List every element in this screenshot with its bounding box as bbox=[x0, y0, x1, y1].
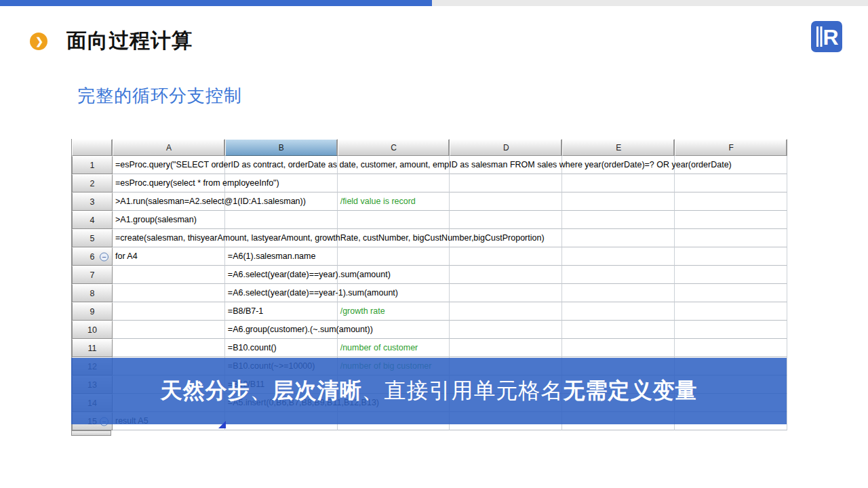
row-header-6[interactable]: 6− bbox=[72, 247, 113, 266]
cell-F4[interactable] bbox=[675, 211, 787, 229]
collapse-icon[interactable]: − bbox=[100, 252, 108, 261]
cell-C2[interactable] bbox=[338, 174, 450, 192]
cell-B7[interactable]: =A6.select(year(date)==year).sum(amount) bbox=[225, 266, 338, 284]
cell-D6[interactable] bbox=[450, 247, 562, 266]
sheet-corner-cell[interactable] bbox=[72, 139, 113, 156]
row-header-3[interactable]: 3 bbox=[72, 192, 113, 211]
cell-text: =esProc.query("SELECT orderID as contrac… bbox=[113, 160, 732, 169]
cell-D8[interactable] bbox=[450, 284, 562, 302]
cell-E2[interactable] bbox=[562, 174, 675, 192]
cell-A7[interactable] bbox=[113, 266, 225, 284]
row-header-1[interactable]: 1 bbox=[72, 156, 113, 174]
svg-text:R: R bbox=[823, 25, 838, 49]
slide-subtitle: 完整的循环分支控制 bbox=[77, 84, 242, 108]
row-header-11[interactable]: 11 bbox=[72, 339, 113, 357]
cell-F10[interactable] bbox=[675, 321, 787, 339]
cell-B9[interactable]: =B8/B7-1 bbox=[225, 302, 338, 321]
cell-B6[interactable]: =A6(1).salesman.name bbox=[225, 247, 338, 266]
row-header-2[interactable]: 2 bbox=[72, 174, 113, 192]
banner-text-segment: 无需定义变量 bbox=[564, 376, 698, 406]
sheet-row-9: 9=B8/B7-1/growth rate bbox=[72, 302, 787, 321]
cell-F6[interactable] bbox=[675, 247, 787, 266]
cell-E7[interactable] bbox=[562, 266, 675, 284]
cell-A1[interactable]: =esProc.query("SELECT orderID as contrac… bbox=[113, 156, 225, 174]
cell-text: =create(salesman, thisyearAmount, lastye… bbox=[113, 233, 545, 243]
cell-C3[interactable]: /field value is record bbox=[338, 192, 450, 211]
cell-E8[interactable] bbox=[562, 284, 675, 302]
cell-A9[interactable] bbox=[113, 302, 225, 321]
cell-text: =A6.select(year(date)==year).sum(amount) bbox=[225, 270, 391, 279]
cell-A5[interactable]: =create(salesman, thisyearAmount, lastye… bbox=[113, 229, 225, 247]
cell-text: =B8/B7-1 bbox=[225, 306, 263, 316]
sheet-row-10: 10=A6.group(customer).(~.sum(amount)) bbox=[72, 321, 787, 339]
cell-C9[interactable]: /growth rate bbox=[338, 302, 450, 321]
cell-C6[interactable] bbox=[338, 247, 450, 266]
cell-B10[interactable]: =A6.group(customer).(~.sum(amount)) bbox=[225, 321, 338, 339]
cell-A2[interactable]: =esProc.query(select * from employeeInfo… bbox=[113, 174, 225, 192]
cell-A4[interactable]: >A1.group(salesman) bbox=[113, 211, 225, 229]
top-accent-bar-gray bbox=[432, 0, 868, 6]
cell-text: /number of customer bbox=[338, 343, 418, 352]
cell-D10[interactable] bbox=[450, 321, 562, 339]
column-header-F[interactable]: F bbox=[675, 139, 787, 156]
column-header-C[interactable]: C bbox=[338, 139, 450, 156]
cell-B4[interactable] bbox=[225, 211, 338, 229]
cell-D2[interactable] bbox=[450, 174, 562, 192]
cell-F11[interactable] bbox=[675, 339, 787, 357]
sheet-row-3: 3>A1.run(salesman=A2.select@1(ID:A1.sale… bbox=[72, 192, 787, 211]
cell-D7[interactable] bbox=[450, 266, 562, 284]
column-header-D[interactable]: D bbox=[450, 139, 562, 156]
column-header-B[interactable]: B bbox=[225, 139, 338, 156]
cell-F8[interactable] bbox=[675, 284, 787, 302]
cell-D4[interactable] bbox=[450, 211, 562, 229]
cell-F9[interactable] bbox=[675, 302, 787, 321]
cell-F2[interactable] bbox=[675, 174, 787, 192]
cell-A8[interactable] bbox=[113, 284, 225, 302]
raqsoft-logo-icon: R bbox=[811, 21, 842, 52]
cell-D11[interactable] bbox=[450, 339, 562, 357]
cell-F7[interactable] bbox=[675, 266, 787, 284]
row-header-10[interactable]: 10 bbox=[72, 321, 113, 339]
cell-D9[interactable] bbox=[450, 302, 562, 321]
cell-B11[interactable]: =B10.count() bbox=[225, 339, 338, 357]
cell-E11[interactable] bbox=[562, 339, 675, 357]
cell-text: =A6.group(customer).(~.sum(amount)) bbox=[225, 325, 373, 334]
sheet-row-5: 5=create(salesman, thisyearAmount, lasty… bbox=[72, 229, 787, 247]
cell-text: =B10.count() bbox=[225, 343, 277, 352]
banner-text-segment: 直接引用单元格名 bbox=[384, 376, 564, 406]
cell-A11[interactable] bbox=[113, 339, 225, 357]
row-header-5[interactable]: 5 bbox=[72, 229, 113, 247]
cell-E9[interactable] bbox=[562, 302, 675, 321]
cell-E6[interactable] bbox=[562, 247, 675, 266]
row-header-7[interactable]: 7 bbox=[72, 266, 113, 284]
banner-text-segment: 层次清晰 bbox=[273, 376, 362, 406]
cell-E4[interactable] bbox=[562, 211, 675, 229]
cell-B8[interactable]: =A6.select(year(date)==year-1).sum(amoun… bbox=[225, 284, 338, 302]
column-header-E[interactable]: E bbox=[562, 139, 675, 156]
column-header-A[interactable]: A bbox=[113, 139, 225, 156]
cell-text: for A4 bbox=[113, 251, 138, 261]
cell-E5[interactable] bbox=[562, 229, 675, 247]
cell-F3[interactable] bbox=[675, 192, 787, 211]
sheet-row-4: 4>A1.group(salesman) bbox=[72, 211, 787, 229]
sheet-row-2: 2=esProc.query(select * from employeeInf… bbox=[72, 174, 787, 192]
cell-C11[interactable]: /number of customer bbox=[338, 339, 450, 357]
row-header-9[interactable]: 9 bbox=[72, 302, 113, 321]
cell-text: =esProc.query(select * from employeeInfo… bbox=[113, 178, 279, 188]
cell-C4[interactable] bbox=[338, 211, 450, 229]
row-header-4[interactable]: 4 bbox=[72, 211, 113, 229]
sheet-row-11: 11=B10.count()/number of customer bbox=[72, 339, 787, 357]
cell-D3[interactable] bbox=[450, 192, 562, 211]
cell-text: =A6(1).salesman.name bbox=[225, 251, 316, 261]
cell-text: >A1.run(salesman=A2.select@1(ID:A1.sales… bbox=[113, 197, 306, 206]
cell-A10[interactable] bbox=[113, 321, 225, 339]
title-row: ❯ 面向过程计算 bbox=[30, 27, 193, 55]
cell-E10[interactable] bbox=[562, 321, 675, 339]
row-header-8[interactable]: 8 bbox=[72, 284, 113, 302]
sheet-row-6: 6−for A4=A6(1).salesman.name bbox=[72, 247, 787, 266]
cell-A6[interactable]: for A4 bbox=[113, 247, 225, 266]
cell-F5[interactable] bbox=[675, 229, 787, 247]
cell-E3[interactable] bbox=[562, 192, 675, 211]
cell-A3[interactable]: >A1.run(salesman=A2.select@1(ID:A1.sales… bbox=[113, 192, 225, 211]
top-accent-bar-blue bbox=[0, 0, 432, 6]
